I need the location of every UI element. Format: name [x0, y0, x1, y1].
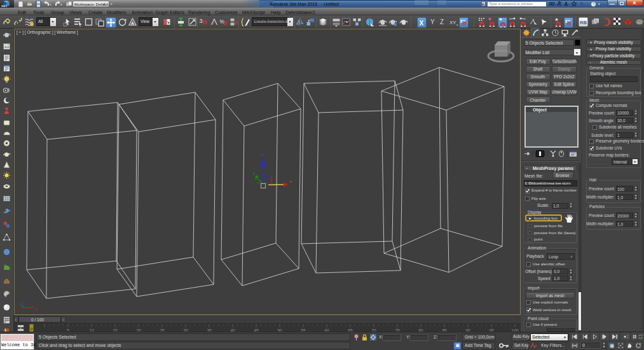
svg-text:x: x	[35, 307, 37, 311]
svg-text:X: X	[420, 19, 424, 26]
svg-text:x: x	[290, 179, 292, 183]
svg-text:?: ?	[593, 1, 595, 6]
svg-text:z: z	[262, 153, 264, 157]
svg-text:3: 3	[200, 18, 203, 24]
svg-text:y: y	[253, 171, 255, 175]
